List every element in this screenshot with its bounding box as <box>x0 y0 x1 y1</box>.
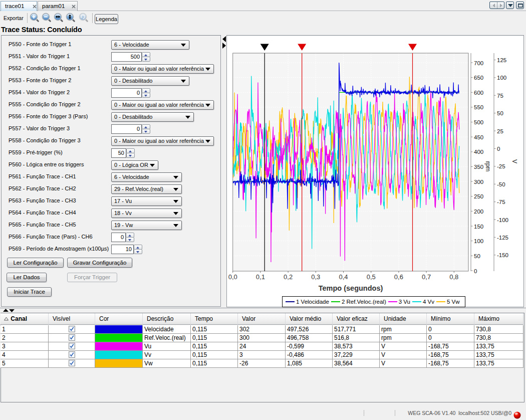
svg-text:400: 400 <box>474 149 483 155</box>
svg-text:V: V <box>511 159 518 163</box>
svg-text:0,0: 0,0 <box>228 273 237 281</box>
svg-text:150: 150 <box>474 224 483 230</box>
svg-text:125: 125 <box>497 57 506 63</box>
svg-text:-50: -50 <box>497 181 505 187</box>
svg-text:550: 550 <box>474 104 483 110</box>
svg-text:350: 350 <box>474 164 483 170</box>
svg-text:0,7: 0,7 <box>422 273 431 281</box>
svg-text:-125: -125 <box>497 235 508 241</box>
svg-text:650: 650 <box>474 75 483 81</box>
svg-text:200: 200 <box>474 208 483 215</box>
svg-text:0,4: 0,4 <box>339 273 348 281</box>
svg-text:25: 25 <box>497 128 503 134</box>
svg-text:rpm: rpm <box>484 161 491 172</box>
svg-text:-75: -75 <box>497 199 505 205</box>
svg-text:0,5: 0,5 <box>367 273 376 281</box>
svg-text:250: 250 <box>474 193 483 199</box>
svg-text:0,6: 0,6 <box>394 273 403 281</box>
svg-text:300: 300 <box>474 179 483 185</box>
svg-text:75: 75 <box>497 93 503 99</box>
svg-text:50: 50 <box>474 253 480 259</box>
svg-text:600: 600 <box>474 90 483 96</box>
svg-text:-25: -25 <box>497 163 505 169</box>
svg-text:100: 100 <box>474 238 483 244</box>
svg-text:500: 500 <box>474 119 483 125</box>
svg-text:-100: -100 <box>497 217 508 223</box>
svg-text:Tempo (segundos): Tempo (segundos) <box>319 284 383 292</box>
svg-text:0,2: 0,2 <box>284 273 293 281</box>
svg-text:0: 0 <box>474 268 477 274</box>
svg-text:700: 700 <box>474 60 483 66</box>
svg-text:0: 0 <box>497 146 500 152</box>
svg-text:50: 50 <box>497 110 503 116</box>
svg-text:450: 450 <box>474 134 483 140</box>
svg-text:0,8: 0,8 <box>449 273 458 281</box>
svg-text:-150: -150 <box>497 252 508 258</box>
svg-text:100: 100 <box>497 75 506 81</box>
svg-text:0,1: 0,1 <box>256 273 265 281</box>
svg-text:0,3: 0,3 <box>311 273 320 281</box>
